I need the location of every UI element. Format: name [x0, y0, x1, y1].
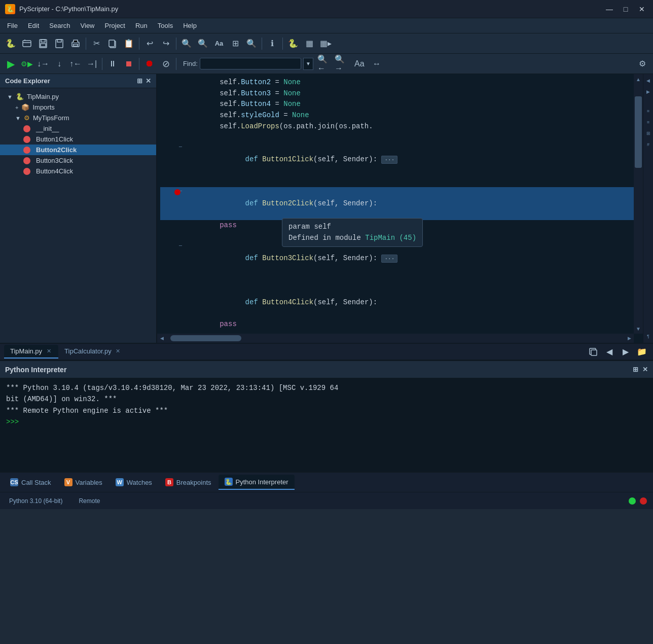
title-bar: 🐍 PyScripter - C:\Python\TipMain.py — □ …	[0, 0, 653, 18]
py-input[interactable]	[22, 418, 647, 426]
toolbar1: 🐍 ✂ 📋 ↩ ↪ 🔍 🔍 Aa ⊞ 🔍 ℹ 🐍 ▦ ▦▸	[0, 33, 653, 54]
menu-search[interactable]: Search	[44, 20, 75, 31]
redo-btn[interactable]: ↪	[158, 36, 173, 51]
tab-prev-btn[interactable]: ◀	[602, 345, 616, 359]
stop-btn[interactable]: ⏹	[121, 56, 136, 71]
watches-label: Watches	[127, 479, 152, 486]
tab-clone-btn[interactable]	[586, 345, 600, 359]
open-btn[interactable]	[19, 36, 34, 51]
grid3-btn[interactable]: ▦▸	[318, 36, 333, 51]
bottom-tab-breakpoints[interactable]: B Breakpoints	[159, 475, 217, 489]
settings-btn[interactable]: ⚙	[635, 56, 650, 71]
bottom-pin-btn[interactable]: ⊞	[633, 366, 638, 373]
find-prev-btn[interactable]: 🔍←	[317, 56, 333, 71]
scroll-up-btn[interactable]: ▲	[633, 74, 643, 84]
tab-tipcalculator-close[interactable]: ✕	[115, 348, 122, 355]
info-btn[interactable]: ℹ	[265, 36, 280, 51]
bottom-tab-watches[interactable]: W Watches	[110, 475, 158, 489]
menu-help[interactable]: Help	[178, 20, 202, 31]
print-btn[interactable]	[68, 36, 83, 51]
breakpoint-btn[interactable]: ⏺	[142, 56, 157, 71]
menu-tools[interactable]: Tools	[153, 20, 178, 31]
menu-project[interactable]: Project	[100, 20, 130, 31]
search2-btn[interactable]: 🔍	[195, 36, 210, 51]
py-prompt-line[interactable]: >>>	[6, 416, 647, 427]
run-play-btn[interactable]: ▶	[3, 56, 18, 71]
code-content[interactable]: self.Button2 = None self.Button3 = None …	[157, 74, 634, 334]
minimize-button[interactable]: —	[603, 3, 615, 15]
ce-close-btn[interactable]: ✕	[146, 77, 151, 85]
rs-forward-btn[interactable]: ▶	[644, 87, 653, 96]
variables-icon: V	[64, 478, 72, 486]
breakpoint-dot[interactable]	[174, 189, 180, 195]
rs-hash-btn[interactable]: #	[644, 140, 653, 149]
step-into-btn[interactable]: ↓→	[35, 56, 51, 71]
tab-tipmain[interactable]: TipMain.py ✕	[4, 345, 58, 359]
hscroll-thumb[interactable]	[170, 335, 241, 341]
tab-next-btn[interactable]: ▶	[619, 345, 633, 359]
ce-pin-btn[interactable]: ⊞	[137, 77, 142, 85]
step-out-btn[interactable]: ↑←	[68, 56, 83, 71]
grid-btn[interactable]: ⊞	[228, 36, 243, 51]
rs-align-btn[interactable]: ≡	[644, 106, 653, 116]
paste-btn[interactable]: 📋	[121, 36, 136, 51]
tree-item-tipmain[interactable]: ▼ 🐍 TipMain.py	[0, 91, 156, 102]
tree-item-button2click[interactable]: Button2Click	[0, 145, 156, 155]
run-debug-btn[interactable]: ⚙▶	[19, 56, 34, 71]
tab-bar: TipMain.py ✕ TipCalculator.py ✕ ◀ ▶ 📁	[0, 343, 653, 360]
find-input[interactable]	[200, 58, 301, 69]
python2-btn[interactable]: 🐍	[285, 36, 301, 51]
rs-grid-btn[interactable]: ⊞	[644, 129, 653, 138]
rs-back-btn[interactable]: ◀	[644, 76, 653, 85]
saveas-btn[interactable]	[52, 36, 67, 51]
find-options-btn[interactable]: Aa	[352, 56, 367, 71]
tab-tipmain-close[interactable]: ✕	[45, 348, 52, 355]
menu-file[interactable]: File	[2, 20, 23, 31]
bottom-tab-python[interactable]: 🐍 Python Interpreter	[219, 475, 295, 490]
find-dropdown-btn[interactable]: ▼	[303, 58, 313, 70]
status-bar: Python 3.10 (64-bit) Remote	[0, 492, 653, 509]
scroll-down-btn[interactable]: ▼	[633, 324, 643, 334]
pause-btn[interactable]: ⏸	[105, 56, 120, 71]
menu-edit[interactable]: Edit	[23, 20, 44, 31]
bottom-tab-variables[interactable]: V Variables	[58, 475, 108, 489]
rs-align2-btn[interactable]: ≡	[644, 118, 653, 127]
cut-btn[interactable]: ✂	[89, 36, 104, 51]
tab-folder-btn[interactable]: 📁	[635, 345, 649, 359]
bottom-close-btn[interactable]: ✕	[642, 366, 648, 373]
python-icon-btn[interactable]: 🐍	[3, 36, 18, 51]
find-next-btn[interactable]: 🔍→	[335, 56, 350, 71]
close-button[interactable]: ✕	[636, 3, 648, 15]
tree-item-imports[interactable]: + 📦 Imports	[0, 102, 156, 113]
menu-view[interactable]: View	[76, 20, 100, 31]
tree-item-init[interactable]: __init__	[0, 123, 156, 134]
tab-tipcalculator[interactable]: TipCalculator.py ✕	[58, 345, 128, 359]
case-btn[interactable]: Aa	[211, 36, 227, 51]
menu-run[interactable]: Run	[130, 20, 153, 31]
rs-para-btn[interactable]: ¶	[644, 332, 653, 341]
find-replace-btn[interactable]: ↔	[369, 56, 384, 71]
grid2-btn[interactable]: ▦	[302, 36, 317, 51]
save-btn[interactable]	[35, 36, 51, 51]
step-over-btn[interactable]: ↓	[52, 56, 67, 71]
hscroll-left-btn[interactable]: ◀	[157, 334, 166, 343]
copy-btn[interactable]	[105, 36, 120, 51]
run-to-cursor-btn[interactable]: →|	[84, 56, 99, 71]
code-line: def Button4Click(self, Sender):	[160, 286, 634, 319]
status-remote: Remote	[76, 497, 103, 505]
fold-button3click[interactable]: ···	[381, 255, 397, 263]
hscroll-right-btn[interactable]: ▶	[625, 334, 634, 343]
tree-item-button4click[interactable]: Button4Click	[0, 166, 156, 176]
bottom-tab-callstack[interactable]: CS Call Stack	[4, 475, 57, 489]
undo-btn[interactable]: ↩	[142, 36, 157, 51]
breakpoint2-btn[interactable]: ⊘	[158, 56, 173, 71]
search-btn[interactable]: 🔍	[179, 36, 194, 51]
tree-item-mytipsform[interactable]: ▼ ⚙ MyTipsForm	[0, 113, 156, 123]
tree-item-button1click[interactable]: Button1Click	[0, 134, 156, 145]
code-editor[interactable]: ▲ ▼ self.Button2 = None self.Button3 = N…	[157, 74, 643, 343]
tree-item-button3click[interactable]: Button3Click	[0, 155, 156, 166]
zoom-btn[interactable]: 🔍	[244, 36, 259, 51]
maximize-button[interactable]: □	[620, 3, 632, 15]
toolbar2: ▶ ⚙▶ ↓→ ↓ ↑← →| ⏸ ⏹ ⏺ ⊘ Find: ▼ 🔍← 🔍→ Aa…	[0, 54, 653, 74]
fold-button1click[interactable]: ···	[381, 156, 397, 164]
